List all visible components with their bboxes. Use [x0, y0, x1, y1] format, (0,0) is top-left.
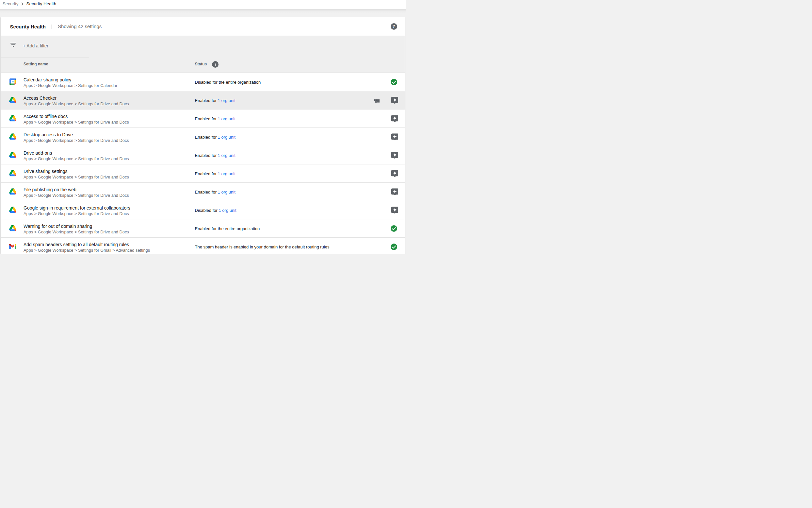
svg-text:31: 31 — [12, 80, 14, 83]
